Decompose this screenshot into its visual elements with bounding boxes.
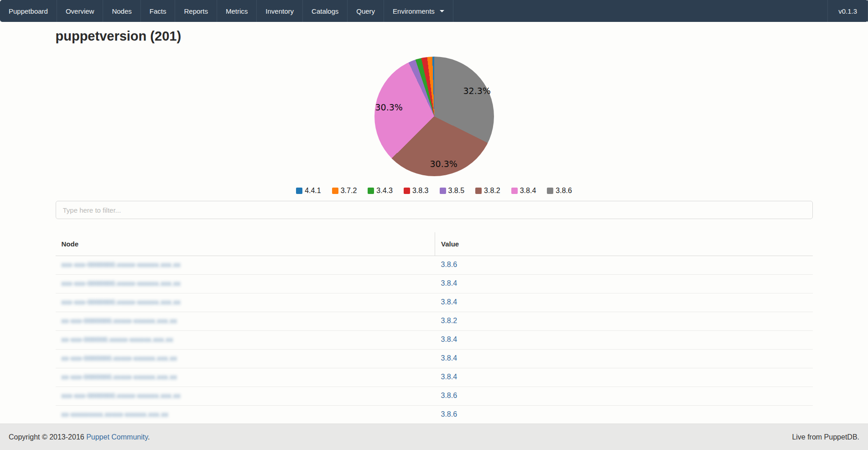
filter-input[interactable] [56, 201, 813, 219]
legend-label: 3.8.4 [520, 187, 536, 195]
table-row: xx-xxx-000000.xxxxx-xxxxxx.xxx.xx3.8.4 [56, 331, 813, 350]
version-badge: v0.1.3 [827, 0, 868, 22]
nav-item-environments[interactable]: Environments [384, 0, 453, 22]
legend-item: 3.8.5 [440, 187, 465, 195]
legend-swatch-icon [404, 188, 410, 194]
table-row: xxx-xxx-0000000.xxxxx-xxxxxx.xxx.xx3.8.4 [56, 275, 813, 293]
node-link[interactable]: xx-xxx-0000000.xxxxx-xxxxxx.xxx.xx [62, 373, 177, 381]
legend-label: 4.4.1 [305, 187, 321, 195]
legend-swatch-icon [547, 188, 553, 194]
legend-swatch-icon [475, 188, 482, 194]
footer-status: Live from PuppetDB. [792, 433, 859, 441]
value-link[interactable]: 3.8.4 [441, 298, 457, 306]
value-link[interactable]: 3.8.6 [441, 410, 457, 418]
legend-label: 3.8.5 [448, 187, 465, 195]
legend-swatch-icon [511, 188, 518, 194]
node-link[interactable]: xxx-xxx-0000000.xxxxx-xxxxxx.xxx.xx [62, 279, 181, 287]
navbar-spacer [453, 0, 827, 22]
node-link[interactable]: xx-xxxxxxxxx.xxxxx-xxxxxx.xxx.xx [62, 410, 169, 418]
pie-percent-label: 30.3% [430, 159, 457, 169]
value-link[interactable]: 3.8.4 [441, 373, 457, 381]
fact-table: Node Value xxx-xxx-0000000.xxxxx-xxxxxx.… [56, 232, 813, 424]
nav-item-catalogs[interactable]: Catalogs [303, 0, 348, 22]
node-link[interactable]: xxx-xxx-0000000.xxxxx-xxxxxx.xxx.xx [62, 298, 181, 306]
table-row: xxx-xxx-0000000.xxxxx-xxxxxx.xxx.xx3.8.6 [56, 387, 813, 406]
puppet-community-link[interactable]: Puppet Community [86, 433, 148, 441]
pie-legend: 4.4.13.7.23.4.33.8.33.8.53.8.23.8.43.8.6 [56, 187, 813, 195]
nav-item-inventory[interactable]: Inventory [257, 0, 303, 22]
footer-copyright: Copyright © 2013-2016 Puppet Community. [9, 433, 150, 441]
legend-label: 3.7.2 [341, 187, 357, 195]
nav-item-facts[interactable]: Facts [141, 0, 176, 22]
column-header-node: Node [56, 232, 435, 256]
table-row: xx-xxxxxxxxx.xxxxx-xxxxxx.xxx.xx3.8.6 [56, 406, 813, 424]
nav-item-metrics[interactable]: Metrics [217, 0, 257, 22]
legend-item: 3.8.4 [511, 187, 536, 195]
legend-label: 3.4.3 [376, 187, 393, 195]
pie-percent-label: 32.3% [463, 86, 491, 96]
version-label: v0.1.3 [838, 7, 857, 15]
legend-item: 3.8.6 [547, 187, 572, 195]
navbar: PuppetboardOverviewNodesFactsReportsMetr… [0, 0, 868, 22]
nav-item-query[interactable]: Query [348, 0, 384, 22]
legend-item: 3.7.2 [332, 187, 357, 195]
legend-swatch-icon [332, 188, 338, 194]
legend-item: 3.8.3 [404, 187, 429, 195]
footer: Copyright © 2013-2016 Puppet Community. … [0, 424, 868, 450]
legend-label: 3.8.3 [412, 187, 429, 195]
table-row: xx-xxx-0000000.xxxxx-xxxxxx.xxx.xx3.8.2 [56, 312, 813, 331]
main-content: puppetversion (201) 32.3%30.3%30.3% 4.4.… [56, 27, 813, 424]
legend-label: 3.8.2 [484, 187, 500, 195]
legend-swatch-icon [440, 188, 446, 194]
nav-item-puppetboard[interactable]: Puppetboard [0, 0, 57, 22]
value-link[interactable]: 3.8.4 [441, 335, 457, 343]
pie-chart: 32.3%30.3%30.3% [374, 57, 494, 176]
value-link[interactable]: 3.8.4 [441, 279, 457, 287]
node-link[interactable]: xxx-xxx-0000000.xxxxx-xxxxxx.xxx.xx [62, 261, 181, 268]
table-row: xxx-xxx-0000000.xxxxx-xxxxxx.xxx.xx3.8.4 [56, 293, 813, 312]
legend-swatch-icon [296, 188, 302, 194]
legend-item: 3.4.3 [368, 187, 393, 195]
table-row: xx-xxx-0000000.xxxxx-xxxxxx.xxx.xx3.8.4 [56, 368, 813, 387]
legend-item: 3.8.2 [475, 187, 500, 195]
table-header-row: Node Value [56, 232, 813, 256]
nav-item-nodes[interactable]: Nodes [103, 0, 140, 22]
value-link[interactable]: 3.8.6 [441, 261, 457, 268]
legend-swatch-icon [368, 188, 374, 194]
value-link[interactable]: 3.8.2 [441, 317, 457, 324]
page-title: puppetversion (201) [56, 27, 813, 45]
chevron-down-icon [440, 10, 444, 12]
node-link[interactable]: xx-xxx-000000.xxxxx-xxxxxx.xxx.xx [62, 335, 173, 343]
pie-graphic [374, 57, 494, 176]
legend-label: 3.8.6 [556, 187, 572, 195]
value-link[interactable]: 3.8.4 [441, 354, 457, 362]
column-header-value: Value [435, 232, 813, 256]
node-link[interactable]: xxx-xxx-0000000.xxxxx-xxxxxx.xxx.xx [62, 392, 181, 399]
value-link[interactable]: 3.8.6 [441, 392, 457, 399]
table-row: xx-xxx-0000000.xxxxx-xxxxxx.xxx.xx3.8.4 [56, 350, 813, 368]
node-link[interactable]: xx-xxx-0000000.xxxxx-xxxxxx.xxx.xx [62, 317, 177, 324]
pie-percent-label: 30.3% [375, 102, 403, 112]
node-link[interactable]: xx-xxx-0000000.xxxxx-xxxxxx.xxx.xx [62, 354, 177, 362]
nav-item-reports[interactable]: Reports [175, 0, 217, 22]
nav-item-overview[interactable]: Overview [57, 0, 104, 22]
table-row: xxx-xxx-0000000.xxxxx-xxxxxx.xxx.xx3.8.6 [56, 256, 813, 275]
legend-item: 4.4.1 [296, 187, 321, 195]
